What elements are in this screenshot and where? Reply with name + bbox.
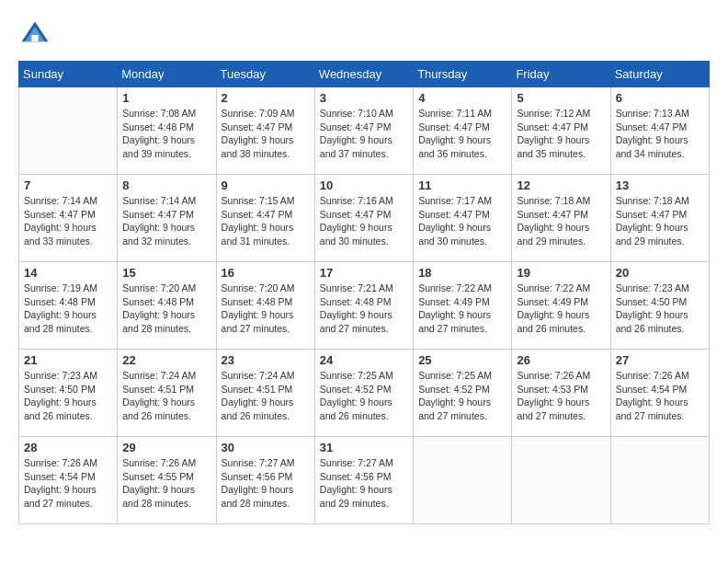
calendar-cell: 23Sunrise: 7:24 AMSunset: 4:51 PMDayligh… xyxy=(216,350,314,437)
weekday-label: Thursday xyxy=(414,62,512,87)
day-info: Sunrise: 7:16 AMSunset: 4:47 PMDaylight:… xyxy=(320,194,408,248)
day-number: 3 xyxy=(320,91,408,105)
weekday-label: Saturday xyxy=(610,62,709,87)
day-number: 8 xyxy=(122,178,210,192)
day-info: Sunrise: 7:24 AMSunset: 4:51 PMDaylight:… xyxy=(222,369,310,423)
day-info: Sunrise: 7:22 AMSunset: 4:49 PMDaylight:… xyxy=(418,282,506,336)
day-number: 15 xyxy=(122,266,210,280)
calendar-cell: 22Sunrise: 7:24 AMSunset: 4:51 PMDayligh… xyxy=(118,350,216,437)
day-number: 29 xyxy=(122,441,210,454)
day-number: 16 xyxy=(222,266,310,280)
day-info: Sunrise: 7:14 AMSunset: 4:47 PMDaylight:… xyxy=(122,194,210,248)
calendar-cell: 28Sunrise: 7:26 AMSunset: 4:54 PMDayligh… xyxy=(19,437,118,524)
weekday-label: Monday xyxy=(118,62,216,87)
day-info: Sunrise: 7:10 AMSunset: 4:47 PMDaylight:… xyxy=(320,107,408,161)
day-number: 14 xyxy=(24,266,112,280)
day-info: Sunrise: 7:18 AMSunset: 4:47 PMDaylight:… xyxy=(616,194,704,248)
day-number: 7 xyxy=(24,178,112,192)
day-info: Sunrise: 7:23 AMSunset: 4:50 PMDaylight:… xyxy=(616,282,704,336)
day-number: 10 xyxy=(320,178,408,192)
calendar-week-row: 14Sunrise: 7:19 AMSunset: 4:48 PMDayligh… xyxy=(19,262,710,350)
day-number: 11 xyxy=(418,178,506,192)
calendar-cell: 8Sunrise: 7:14 AMSunset: 4:47 PMDaylight… xyxy=(118,175,216,262)
day-info: Sunrise: 7:11 AMSunset: 4:47 PMDaylight:… xyxy=(418,107,506,161)
day-number: 25 xyxy=(418,353,506,367)
day-info: Sunrise: 7:20 AMSunset: 4:48 PMDaylight:… xyxy=(222,282,310,336)
day-info: Sunrise: 7:15 AMSunset: 4:47 PMDaylight:… xyxy=(222,194,310,248)
calendar-cell: 7Sunrise: 7:14 AMSunset: 4:47 PMDaylight… xyxy=(19,175,118,262)
calendar-cell: 26Sunrise: 7:26 AMSunset: 4:53 PMDayligh… xyxy=(512,350,610,437)
calendar-cell: 1Sunrise: 7:08 AMSunset: 4:48 PMDaylight… xyxy=(118,87,216,175)
calendar-cell: 30Sunrise: 7:27 AMSunset: 4:56 PMDayligh… xyxy=(216,437,314,524)
day-number: 18 xyxy=(418,266,506,280)
day-info: Sunrise: 7:23 AMSunset: 4:50 PMDaylight:… xyxy=(24,369,112,423)
day-number: 4 xyxy=(418,91,506,105)
day-number: 24 xyxy=(320,353,408,367)
day-info: Sunrise: 7:14 AMSunset: 4:47 PMDaylight:… xyxy=(24,194,112,248)
calendar-cell: 19Sunrise: 7:22 AMSunset: 4:49 PMDayligh… xyxy=(512,262,610,350)
day-number: 17 xyxy=(320,266,408,280)
calendar-cell: 15Sunrise: 7:20 AMSunset: 4:48 PMDayligh… xyxy=(118,262,216,350)
calendar-cell: 25Sunrise: 7:25 AMSunset: 4:52 PMDayligh… xyxy=(414,350,512,437)
calendar-cell: 6Sunrise: 7:13 AMSunset: 4:47 PMDaylight… xyxy=(610,87,709,175)
day-info: Sunrise: 7:17 AMSunset: 4:47 PMDaylight:… xyxy=(418,194,506,248)
calendar-week-row: 28Sunrise: 7:26 AMSunset: 4:54 PMDayligh… xyxy=(19,437,710,524)
calendar-cell: 21Sunrise: 7:23 AMSunset: 4:50 PMDayligh… xyxy=(19,350,118,437)
day-number: 30 xyxy=(222,441,310,454)
day-number: 19 xyxy=(517,266,605,280)
day-number: 6 xyxy=(616,91,704,105)
day-number: 23 xyxy=(222,353,310,367)
calendar-cell: 9Sunrise: 7:15 AMSunset: 4:47 PMDaylight… xyxy=(216,175,314,262)
day-info: Sunrise: 7:20 AMSunset: 4:48 PMDaylight:… xyxy=(122,282,210,336)
calendar-cell xyxy=(610,437,709,524)
day-number: 21 xyxy=(24,353,112,367)
day-info: Sunrise: 7:19 AMSunset: 4:48 PMDaylight:… xyxy=(24,282,112,336)
day-info: Sunrise: 7:26 AMSunset: 4:54 PMDaylight:… xyxy=(24,456,112,511)
calendar-cell: 29Sunrise: 7:26 AMSunset: 4:55 PMDayligh… xyxy=(118,437,216,524)
calendar-week-row: 1Sunrise: 7:08 AMSunset: 4:48 PMDaylight… xyxy=(19,87,710,175)
day-number: 27 xyxy=(616,353,704,367)
day-info: Sunrise: 7:26 AMSunset: 4:53 PMDaylight:… xyxy=(517,369,605,423)
calendar-cell: 14Sunrise: 7:19 AMSunset: 4:48 PMDayligh… xyxy=(19,262,118,350)
day-info: Sunrise: 7:27 AMSunset: 4:56 PMDaylight:… xyxy=(222,456,310,511)
day-info: Sunrise: 7:08 AMSunset: 4:48 PMDaylight:… xyxy=(122,107,210,161)
calendar-cell: 3Sunrise: 7:10 AMSunset: 4:47 PMDaylight… xyxy=(314,87,413,175)
day-info: Sunrise: 7:26 AMSunset: 4:54 PMDaylight:… xyxy=(616,369,704,423)
weekday-label: Sunday xyxy=(19,62,118,87)
calendar-cell: 24Sunrise: 7:25 AMSunset: 4:52 PMDayligh… xyxy=(314,350,413,437)
calendar-cell: 12Sunrise: 7:18 AMSunset: 4:47 PMDayligh… xyxy=(512,175,610,262)
calendar-cell: 31Sunrise: 7:27 AMSunset: 4:56 PMDayligh… xyxy=(314,437,413,524)
day-number: 12 xyxy=(517,178,605,192)
day-number: 26 xyxy=(517,353,605,367)
day-info: Sunrise: 7:12 AMSunset: 4:47 PMDaylight:… xyxy=(517,107,605,161)
day-number: 20 xyxy=(616,266,704,280)
calendar-cell: 10Sunrise: 7:16 AMSunset: 4:47 PMDayligh… xyxy=(314,175,413,262)
calendar-cell xyxy=(414,437,512,524)
calendar-week-row: 7Sunrise: 7:14 AMSunset: 4:47 PMDaylight… xyxy=(19,175,710,262)
day-info: Sunrise: 7:18 AMSunset: 4:47 PMDaylight:… xyxy=(517,194,605,248)
day-number: 2 xyxy=(222,91,310,105)
calendar-cell: 5Sunrise: 7:12 AMSunset: 4:47 PMDaylight… xyxy=(512,87,610,175)
svg-rect-2 xyxy=(31,35,38,41)
calendar-body: 1Sunrise: 7:08 AMSunset: 4:48 PMDaylight… xyxy=(19,87,710,524)
calendar-cell xyxy=(19,87,118,175)
day-info: Sunrise: 7:13 AMSunset: 4:47 PMDaylight:… xyxy=(616,107,704,161)
day-number: 9 xyxy=(222,178,310,192)
day-info: Sunrise: 7:27 AMSunset: 4:56 PMDaylight:… xyxy=(320,456,408,511)
page-header xyxy=(18,18,710,52)
day-info: Sunrise: 7:09 AMSunset: 4:47 PMDaylight:… xyxy=(222,107,310,161)
day-number: 5 xyxy=(517,91,605,105)
day-info: Sunrise: 7:22 AMSunset: 4:49 PMDaylight:… xyxy=(517,282,605,336)
day-number: 13 xyxy=(616,178,704,192)
day-number: 28 xyxy=(24,441,112,454)
weekday-header-row: SundayMondayTuesdayWednesdayThursdayFrid… xyxy=(19,62,710,87)
calendar-cell: 13Sunrise: 7:18 AMSunset: 4:47 PMDayligh… xyxy=(610,175,709,262)
logo-icon xyxy=(18,18,51,52)
calendar-cell: 4Sunrise: 7:11 AMSunset: 4:47 PMDaylight… xyxy=(414,87,512,175)
weekday-label: Tuesday xyxy=(216,62,314,87)
day-info: Sunrise: 7:25 AMSunset: 4:52 PMDaylight:… xyxy=(320,369,408,423)
calendar-cell xyxy=(512,437,610,524)
calendar: SundayMondayTuesdayWednesdayThursdayFrid… xyxy=(18,61,710,524)
calendar-cell: 2Sunrise: 7:09 AMSunset: 4:47 PMDaylight… xyxy=(216,87,314,175)
calendar-cell: 11Sunrise: 7:17 AMSunset: 4:47 PMDayligh… xyxy=(414,175,512,262)
